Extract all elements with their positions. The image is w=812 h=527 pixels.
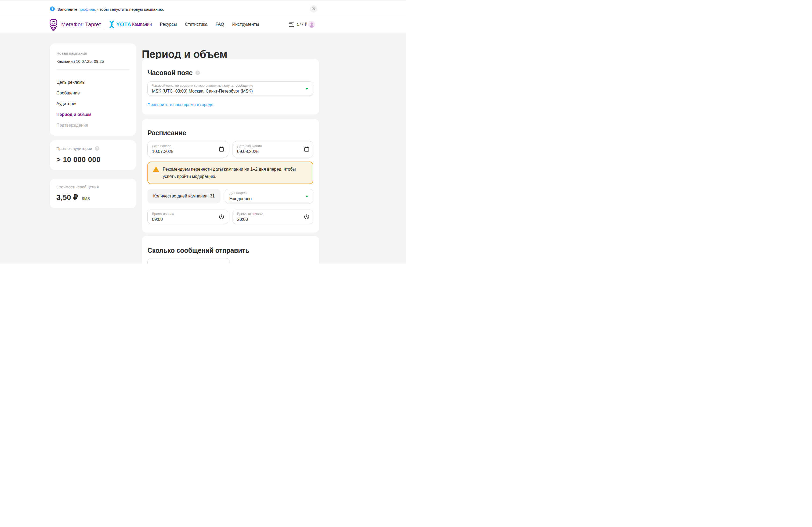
yota-wordmark: YOTA — [116, 21, 131, 28]
warning-icon — [153, 166, 159, 172]
calendar-icon — [219, 146, 224, 152]
volume-heading: Сколько сообщений отправить — [147, 246, 313, 254]
weekdays-value: Ежедневно — [229, 196, 302, 201]
header: МегаФон Таргет YOTA Кампании Ресурсы Ста… — [0, 16, 406, 33]
close-icon[interactable] — [310, 5, 317, 13]
end-date-label: Дата окончания — [237, 144, 301, 148]
clock-icon — [304, 214, 309, 220]
question-icon[interactable]: ? — [95, 146, 99, 151]
timezone-select-label: Часовой пояс, по времени которого клиент… — [152, 84, 302, 88]
sidebar-divider — [56, 70, 130, 70]
notification-banner: i Заполните профиль, чтобы запустить пер… — [0, 0, 406, 16]
schedule-card: Расписание Дата начала 10.07.2025 Дата о… — [142, 119, 319, 232]
app-window: i Заполните профиль, чтобы запустить пер… — [0, 0, 406, 264]
nav-resources[interactable]: Ресурсы — [160, 22, 177, 27]
nav-tools[interactable]: Инструменты — [232, 22, 259, 27]
avatar[interactable] — [308, 21, 315, 28]
banner-text-suffix: , чтобы запустить первую кампанию. — [95, 7, 164, 12]
moderation-warning: Рекомендуем перенести даты кампании на 1… — [147, 162, 313, 184]
check-city-time-link[interactable]: Проверить точное время в городе — [147, 102, 213, 107]
forecast-label: Прогноз аудитории — [56, 146, 92, 151]
main-nav: Кампании Ресурсы Статистика FAQ Инструме… — [132, 16, 259, 33]
banner-message: Заполните профиль, чтобы запустить перву… — [57, 7, 164, 12]
balance-amount: 177 ₽ — [297, 22, 307, 27]
audience-forecast-card: Прогноз аудитории ? > 10 000 000 — [50, 140, 136, 170]
yota-logo-icon — [108, 20, 115, 28]
clock-icon — [219, 214, 224, 220]
megafon-logo-icon — [48, 18, 59, 31]
end-time-value: 20:00 — [237, 217, 301, 222]
calendar-icon — [304, 146, 309, 152]
cost-value: 3,50 ₽ — [56, 193, 78, 201]
timezone-heading: Часовой пояс — [147, 69, 192, 77]
start-date-field[interactable]: Дата начала 10.07.2025 — [147, 141, 228, 157]
brand-logos[interactable]: МегаФон Таргет YOTA — [48, 16, 131, 33]
step-goal[interactable]: Цель рекламы — [56, 80, 130, 85]
start-date-label: Дата начала — [152, 144, 216, 148]
banner-text-prefix: Заполните — [57, 7, 78, 12]
campaign-steps-card: Новая кампания Кампания 10.07.25, 09:25 … — [50, 44, 136, 136]
cost-label: Стоимость сообщения — [56, 185, 130, 189]
timezone-select[interactable]: Часовой пояс, по времени которого клиент… — [147, 81, 313, 96]
warning-text: Рекомендуем перенести даты кампании на 1… — [163, 166, 308, 180]
step-audience[interactable]: Аудитория — [56, 101, 130, 106]
profile-link[interactable]: профиль — [78, 7, 95, 12]
message-volume-card: Сколько сообщений отправить — [142, 236, 319, 264]
step-confirmation: Подтверждение — [56, 123, 130, 128]
campaign-name: Кампания 10.07.25, 09:25 — [56, 59, 130, 64]
campaign-section-label: Новая кампания — [56, 51, 130, 56]
wizard-steps: Цель рекламы Сообщение Аудитория Период … — [56, 80, 130, 128]
user-icon — [308, 21, 315, 28]
step-message[interactable]: Сообщение — [56, 90, 130, 95]
wallet-icon — [288, 21, 294, 27]
start-time-label: Время начала — [152, 212, 216, 216]
end-time-label: Время окончания — [237, 212, 301, 216]
end-time-field[interactable]: Время окончания 20:00 — [233, 210, 313, 224]
nav-statistics[interactable]: Статистика — [185, 22, 207, 27]
wallet-balance[interactable]: 177 ₽ — [288, 16, 307, 33]
nav-faq[interactable]: FAQ — [216, 22, 224, 27]
nav-campaigns[interactable]: Кампании — [132, 22, 152, 27]
timezone-select-value: MSK (UTC+03:00) Москва, Санкт-Петербург … — [152, 89, 302, 94]
info-icon: i — [50, 6, 55, 11]
timezone-card: Часовой пояс ? Часовой пояс, по времени … — [142, 59, 319, 115]
weekdays-select[interactable]: Дни недели Ежедневно — [225, 189, 313, 204]
cost-unit: SMS — [82, 196, 90, 201]
chevron-down-icon — [306, 196, 308, 197]
question-icon[interactable]: ? — [195, 71, 200, 75]
logo-divider — [105, 20, 105, 28]
campaign-days-count: Количество дней кампании: 31 — [147, 189, 220, 204]
forecast-value: > 10 000 000 — [56, 156, 130, 164]
schedule-heading: Расписание — [147, 129, 313, 137]
end-date-value: 09.08.2025 — [237, 149, 301, 154]
step-period-volume[interactable]: Период и объем — [56, 112, 130, 117]
chevron-down-icon — [306, 88, 308, 90]
start-date-value: 10.07.2025 — [152, 149, 216, 154]
page-content: Новая кампания Кампания 10.07.25, 09:25 … — [0, 33, 406, 264]
volume-input[interactable] — [147, 258, 230, 264]
start-time-field[interactable]: Время начала 09:00 — [147, 210, 228, 224]
brand-name: МегаФон Таргет — [61, 21, 101, 28]
yota-logo: YOTA — [108, 20, 131, 28]
start-time-value: 09:00 — [152, 217, 216, 222]
weekdays-label: Дни недели — [229, 191, 302, 195]
end-date-field[interactable]: Дата окончания 09.08.2025 — [233, 141, 313, 157]
message-cost-card: Стоимость сообщения 3,50 ₽ SMS — [50, 179, 136, 208]
